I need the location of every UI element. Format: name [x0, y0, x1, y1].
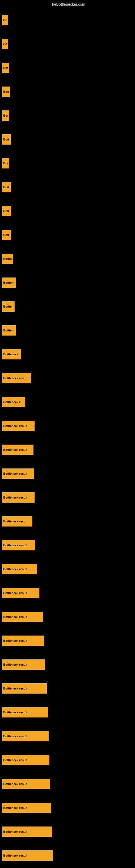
bar-row: Bottleneck result: [0, 629, 135, 653]
bar: Bottle: [2, 301, 14, 312]
bar: Bottleneck result: [2, 588, 39, 598]
bar-label: Bottleneck result: [3, 711, 27, 714]
bar: Bottleneck result: [2, 827, 52, 837]
bar: Bot: [2, 158, 9, 168]
bar: Bottleneck result: [2, 468, 34, 479]
bar-row: Bo: [0, 8, 135, 32]
bar: Bott: [2, 134, 11, 145]
bar: Bot: [2, 111, 9, 121]
bar-row: Bottle: [0, 247, 135, 271]
bar: Bottleneck result: [2, 707, 48, 717]
bar-row: Bottleneck result: [0, 796, 135, 820]
bar-row: Bottleneck result: [0, 820, 135, 844]
bar: Bottleneck resu: [2, 373, 31, 383]
bar-row: Bottlen: [0, 318, 135, 342]
bar-label: Bottleneck result: [3, 735, 27, 738]
bar-label: Bott: [3, 209, 9, 213]
bar-row: Bottleneck result: [0, 557, 135, 581]
bar-row: Bottleneck result: [0, 653, 135, 677]
bar-row: Bott: [0, 127, 135, 151]
bar-label: Bottleneck result: [3, 806, 27, 809]
bar-row: Bottlen: [0, 271, 135, 294]
bar-label: Bottleneck: [3, 352, 18, 356]
bar-label: Bottleneck resu: [3, 520, 26, 523]
bars-container: BoBoBotBottBotBottBotBottBottBottBottleB…: [0, 8, 135, 867]
bar: Bottleneck result: [2, 850, 53, 861]
bar: Bottleneck resu: [2, 516, 32, 527]
bar-label: Bottleneck result: [3, 496, 27, 499]
bar-row: Bottleneck result: [0, 438, 135, 462]
bar-label: Bott: [3, 90, 9, 93]
bar-row: Bottleneck result: [0, 605, 135, 629]
bar-label: Bot: [3, 162, 8, 165]
bar: Bottleneck result: [2, 444, 34, 455]
bar-label: Bottleneck result: [3, 758, 27, 762]
bar-row: Bot: [0, 56, 135, 80]
bar-row: Bot: [0, 151, 135, 175]
bar-row: Bottleneck result: [0, 772, 135, 796]
bar-label: Bottleneck resu: [3, 376, 26, 380]
bar-row: Bottleneck: [0, 342, 135, 366]
bar-row: Bottleneck result: [0, 581, 135, 605]
bar-label: Bottleneck result: [3, 782, 27, 785]
bar: Bottleneck result: [2, 779, 50, 789]
bar-label: Bott: [3, 233, 9, 237]
bar: Bott: [2, 206, 11, 216]
bar: Bottleneck r: [2, 397, 26, 407]
bar-label: Bottleneck result: [3, 544, 27, 547]
bar-row: Bottleneck resu: [0, 366, 135, 390]
bar: Bottle: [2, 254, 13, 264]
bar-label: Bottle: [3, 305, 12, 308]
bar: Bottlen: [2, 325, 16, 336]
bar-label: Bottleneck result: [3, 663, 27, 666]
bar-label: Bottleneck result: [3, 591, 27, 595]
bar-label: Bottleneck result: [3, 639, 27, 642]
bar-row: Bot: [0, 104, 135, 127]
bar: Bott: [2, 230, 11, 240]
bar-label: Bottleneck r: [3, 400, 20, 404]
bar: Bottleneck result: [2, 540, 35, 550]
bar: Bottleneck result: [2, 636, 44, 646]
bar-label: Bottle: [3, 257, 12, 260]
bar-label: Bot: [3, 66, 8, 69]
bar: Bot: [2, 63, 9, 73]
bar-label: Bottleneck result: [3, 615, 27, 618]
bar-row: Bottleneck result: [0, 486, 135, 509]
bar-row: Bottleneck result: [0, 844, 135, 867]
bar: Bottleneck result: [2, 803, 51, 813]
bar-row: Bottleneck result: [0, 414, 135, 438]
bar-row: Bottleneck result: [0, 748, 135, 772]
bar-row: Bott: [0, 80, 135, 104]
bar: Bottleneck result: [2, 731, 49, 741]
bar-row: Bottleneck result: [0, 533, 135, 557]
site-title: TheBottlenecker.com: [0, 0, 135, 8]
bar-label: Bott: [3, 138, 9, 141]
bar: Bott: [2, 182, 11, 192]
bar: Bottleneck result: [2, 659, 45, 670]
bar: Bottleneck result: [2, 492, 35, 503]
bar-label: Bottleneck result: [3, 472, 27, 475]
bar: Bo: [2, 39, 8, 49]
bar: Bott: [2, 87, 10, 97]
bar-row: Bottle: [0, 294, 135, 318]
bar-label: Bottleneck result: [3, 448, 27, 452]
bar-label: Bottleneck result: [3, 567, 27, 571]
bar-row: Bo: [0, 32, 135, 56]
bar: Bottleneck result: [2, 564, 37, 574]
bar-label: Bottleneck result: [3, 830, 27, 833]
bar-label: Bott: [3, 186, 9, 189]
bar: Bottleneck: [2, 349, 21, 360]
bar-label: Bottlen: [3, 329, 13, 332]
bar: Bottleneck result: [2, 612, 43, 622]
bar-row: Bottleneck resu: [0, 509, 135, 533]
bar-row: Bottleneck result: [0, 677, 135, 701]
bar-label: Bo: [3, 19, 7, 22]
bar-label: Bottleneck result: [3, 424, 27, 428]
bar: Bottleneck result: [2, 683, 47, 693]
bar-label: Bo: [3, 42, 7, 45]
bar-label: Bottlen: [3, 281, 13, 284]
bar-row: Bott: [0, 199, 135, 223]
bar: Bo: [2, 15, 8, 25]
bar-row: Bott: [0, 223, 135, 247]
bar-label: Bottleneck result: [3, 687, 27, 690]
